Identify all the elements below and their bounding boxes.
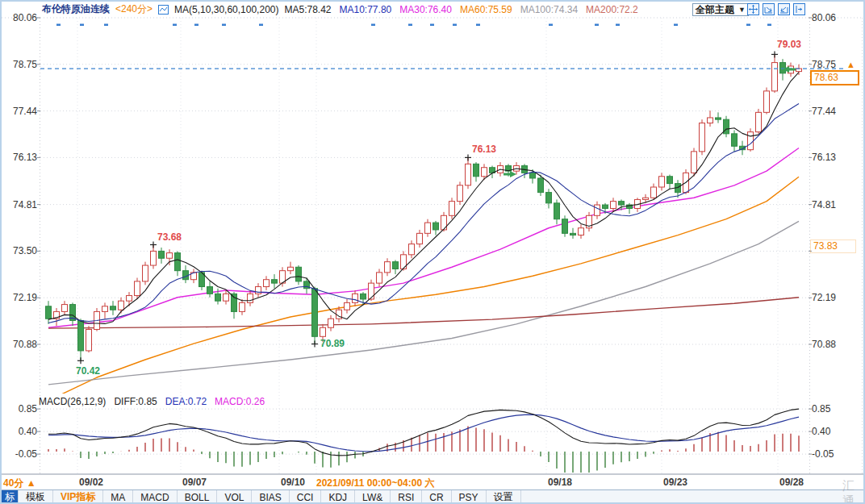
indicator-tab-cr[interactable]: CR xyxy=(422,490,451,504)
indicator-tab-标[interactable]: 标 xyxy=(2,490,19,504)
axis-label: 77.44 xyxy=(812,106,836,117)
indicator-tab-rsi[interactable]: RSI xyxy=(391,490,422,504)
axis-label: 80.06 xyxy=(812,12,836,23)
price-annotation: 70.42 xyxy=(76,365,100,377)
axis-label: 80.06 xyxy=(2,12,37,23)
last-price-badge: 78.63 xyxy=(810,70,859,85)
indicator-tab-cci[interactable]: CCI xyxy=(290,490,322,504)
theme-dropdown[interactable]: 全部主题 ▼ xyxy=(692,3,749,16)
ma-legend-item: MA30:76.40 xyxy=(399,4,452,15)
indicator-tab-模板[interactable]: 模板 xyxy=(19,490,53,504)
price-annotation: 73.68 xyxy=(157,231,182,243)
axis-label: -0.05 xyxy=(812,448,834,460)
indicator-tab-boll[interactable]: BOLL xyxy=(178,490,218,504)
candlestick-chart[interactable] xyxy=(2,2,865,504)
period-tag: <240分> xyxy=(115,2,153,16)
chart-app-window: 布伦特原油连续 <240分> MA(5,10,30,60,100,200) MA… xyxy=(0,0,865,504)
indicator-tab-kdj[interactable]: KDJ xyxy=(321,490,355,504)
axis-label: 70.88 xyxy=(812,339,836,350)
axis-label: 0.40 xyxy=(812,426,830,437)
x-axis-date-label: 09/02 xyxy=(79,477,103,488)
macd-diff-value: DIFF:0.85 xyxy=(114,396,157,407)
indicator-tab-设置[interactable]: 设置 xyxy=(487,490,521,504)
axis-label: 78.75 xyxy=(812,59,836,70)
axis-label: 70.88 xyxy=(2,339,37,350)
pan-right-icon[interactable] xyxy=(793,3,805,15)
x-axis-date-label: 09/23 xyxy=(663,477,687,488)
instrument-title: 布伦特原油连续 xyxy=(42,2,110,16)
axis-label: 0.85 xyxy=(2,403,37,414)
axis-label: -0.05 xyxy=(2,448,37,460)
x-axis-date-label: 09/18 xyxy=(548,477,572,488)
indicator-tab-bias[interactable]: BIAS xyxy=(252,490,289,504)
macd-params-label: MACD(26,12,9) xyxy=(39,396,106,407)
watermark: 汇通 xyxy=(842,478,863,504)
axis-label: 73.50 xyxy=(2,245,37,256)
ma-legend-item: MA10:77.80 xyxy=(340,4,392,15)
period-selector[interactable]: 40分 ▲ xyxy=(3,477,36,490)
axis-label: 0.40 xyxy=(2,426,37,437)
ma-settings-label: MA(5,10,30,60,100,200) xyxy=(174,4,278,15)
period-selector-label: 40分 xyxy=(3,477,23,489)
axis-label: 72.19 xyxy=(812,292,836,303)
macd-header: MACD(26,12,9) DIFF:0.85 DEA:0.72 MACD:0.… xyxy=(39,396,265,407)
price-annotation: 70.89 xyxy=(320,338,345,349)
axis-label: 0.85 xyxy=(812,403,830,414)
chevron-down-icon: ▼ xyxy=(738,6,746,14)
axis-label: 76.13 xyxy=(2,152,37,163)
ma-legend-item: MA100:74.34 xyxy=(520,4,578,15)
axis-label: 76.13 xyxy=(812,152,836,163)
price-annotation: 79.03 xyxy=(777,39,801,50)
indicator-chart-icon[interactable] xyxy=(158,5,169,15)
ma-legend-item: MA60:75.59 xyxy=(460,4,512,15)
ma-legend: MA5:78.42MA10:77.80MA30:76.40MA60:75.59M… xyxy=(284,4,637,15)
highlighted-bar-datetime: 2021/09/11 00:00~04:00 六 xyxy=(316,477,434,490)
indicator-toolbar: 标模板VIP指标MAMACDBOLLVOLBIASCCIKDJLW&RSICRP… xyxy=(2,489,865,504)
price-annotation: 76.13 xyxy=(472,144,496,155)
triangle-up-icon: ▲ xyxy=(27,477,36,489)
indicator-tab-vol[interactable]: VOL xyxy=(217,490,252,504)
indicator-tab-psy[interactable]: PSY xyxy=(452,490,487,504)
macd-macd-value: MACD:0.26 xyxy=(215,396,265,407)
shrink-left-icon[interactable] xyxy=(763,3,775,15)
axis-label: 74.81 xyxy=(812,199,836,210)
macd-dea-value: DEA:0.72 xyxy=(165,396,207,407)
x-axis-date-label: 09/10 xyxy=(281,477,305,488)
indicator-tab-ma[interactable]: MA xyxy=(103,490,133,504)
axis-label: 74.81 xyxy=(2,199,37,210)
x-axis-date-label: 09/28 xyxy=(779,477,804,488)
axis-label: 72.19 xyxy=(2,292,37,303)
x-axis-date-label: 09/07 xyxy=(182,477,207,488)
indicator-tab-macd[interactable]: MACD xyxy=(133,490,177,504)
chart-header: 布伦特原油连续 <240分> MA(5,10,30,60,100,200) MA… xyxy=(42,2,638,16)
ma-legend-item: MA5:78.42 xyxy=(284,4,331,15)
indicator-tab-lw&[interactable]: LW& xyxy=(355,490,391,504)
reference-price-label: 73.83 xyxy=(810,240,856,253)
ma-legend-item: MA200:72.2 xyxy=(586,4,638,15)
pan-crosshair-icon[interactable] xyxy=(747,3,759,15)
theme-dropdown-label: 全部主题 xyxy=(696,3,734,17)
indicator-tab-vip指标[interactable]: VIP指标 xyxy=(53,490,103,504)
x-axis-strip: 40分 ▲ 2021/09/11 00:00~04:00 六 09/0209/0… xyxy=(2,474,865,489)
axis-label: 78.75 xyxy=(2,59,37,70)
last-price-up-icon: ▲ xyxy=(846,60,855,69)
shrink-right-icon[interactable] xyxy=(778,3,790,15)
axis-label: 77.44 xyxy=(2,106,37,117)
